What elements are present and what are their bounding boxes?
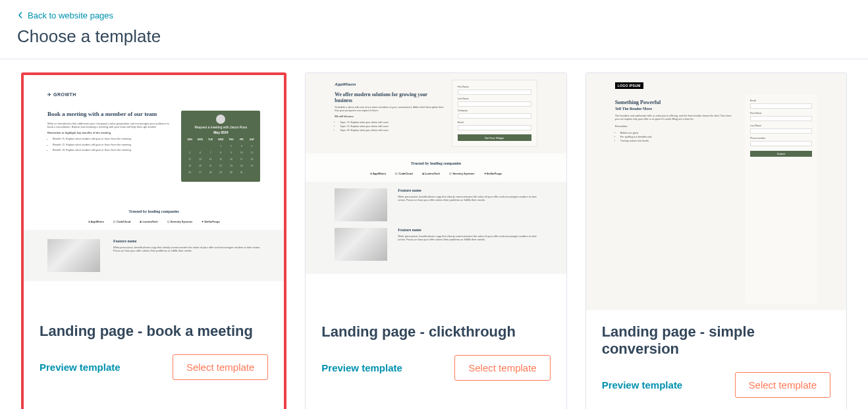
partner-logo: ⊙ AppWhero	[370, 172, 386, 175]
page-header: Back to website pages Choose a template	[0, 0, 868, 59]
form-label: Company	[458, 109, 531, 112]
template-card-simple-conversion: LOGO IPSUM Something Powerful Tell The R…	[585, 72, 847, 409]
thumb-logo: ✈ GROWTH	[47, 92, 260, 97]
template-thumbnail[interactable]: AppWharm We offer modern solutions for g…	[306, 73, 566, 310]
partner-logo: ✦ StellarForge	[484, 172, 502, 175]
form-submit-button: Get Free Widget	[458, 134, 531, 141]
feature-image	[47, 239, 100, 272]
form-label: Phone number	[750, 137, 812, 140]
form-label: Last Name	[458, 97, 531, 100]
thumb-heading: We offer modern solutions for growing yo…	[335, 92, 445, 103]
feature-text: Write persuasive, benefit-driven copy th…	[398, 234, 537, 241]
partner-logo: ⬡ Serenity Systems	[449, 172, 474, 175]
thumb-form: Email First Name Last Name Phone number …	[745, 94, 817, 304]
thumb-bullet: For spelling out benefits and	[620, 136, 732, 138]
feature-image	[335, 188, 387, 221]
thumb-benefit: Benefit #1. Explain what readers will ga…	[53, 137, 172, 140]
calendar-month: May 2024	[185, 130, 256, 134]
select-template-button[interactable]: Select template	[735, 372, 830, 398]
template-thumbnail[interactable]: LOGO IPSUM Something Powerful Tell The R…	[586, 73, 846, 310]
thumb-benefit: Benefit #3. Explain what readers will ga…	[53, 148, 172, 151]
thumb-intro: Write an introduction that addresses you…	[47, 122, 172, 128]
form-label: Last Name	[750, 124, 812, 127]
back-link[interactable]: Back to website pages	[17, 11, 113, 20]
feature-image	[335, 228, 387, 261]
thumb-form: First Name Last Name Company Email Get F…	[452, 80, 537, 147]
thumb-heading: Something Powerful	[615, 99, 732, 105]
thumb-topic: Topic #2: Explain what your demo will co…	[340, 125, 445, 128]
calendar-grid: SUNMONTUEWEDTHUFRISAT 1234 567891011 121…	[185, 137, 256, 175]
thumb-intro: The headline and subheader tells us what…	[615, 115, 732, 122]
partner-logo: ⟨⟩ CodeCloud	[395, 172, 412, 175]
partner-logo: ✦ StellarForge	[202, 220, 219, 223]
thumb-bullet: Bullets are great	[620, 132, 732, 134]
preview-template-link[interactable]: Preview template	[40, 362, 121, 373]
trusted-heading: Trusted by leading companies	[306, 161, 566, 165]
back-link-label: Back to website pages	[28, 11, 113, 20]
partner-logo: ⊙ AppWhero	[88, 220, 104, 223]
thumb-bullet: Turning visitors into leads.	[620, 140, 732, 142]
template-name: Landing page - clickthrough	[321, 323, 550, 341]
form-label: Email	[750, 99, 812, 102]
thumb-topic: Topic #1: Explain what your demo will co…	[340, 121, 445, 124]
form-label: First Name	[458, 86, 531, 88]
feature-text: Write persuasive, benefit-driven copy th…	[398, 195, 537, 202]
partner-logo: ◈ LuminaTech	[422, 172, 440, 175]
partner-logo: ⟨⟩ CodeCloud	[113, 220, 130, 223]
thumb-subheading: Tell The Reader More	[615, 107, 732, 111]
select-template-button[interactable]: Select template	[454, 355, 550, 381]
feature-name: Feature name	[113, 239, 260, 243]
thumb-intro: Schedule a demo with one of our team mem…	[335, 106, 445, 113]
thumb-topic: Topic #3: Explain what your demo will co…	[340, 129, 445, 132]
template-card-clickthrough: AppWharm We offer modern solutions for g…	[305, 72, 566, 409]
form-submit-button: Submit	[750, 151, 812, 157]
preview-template-link[interactable]: Preview template	[602, 379, 683, 391]
feature-name: Feature name	[398, 228, 537, 232]
thumb-calendar: Request a meeting with Jason Ross May 20…	[181, 111, 260, 182]
chevron-left-icon	[17, 12, 24, 18]
template-card-book-meeting: ✈ GROWTH Book a meeting with a member of…	[21, 72, 286, 409]
thumb-heading: Book a meeting with a member of our team	[47, 111, 172, 118]
feature-name: Feature name	[398, 188, 537, 192]
calendar-title: Request a meeting with Jason Ross	[185, 125, 256, 129]
preview-template-link[interactable]: Preview template	[321, 362, 402, 373]
thumb-logo: AppWharm	[335, 82, 445, 86]
thumb-bold-line: Remember to highlight key benefits of th…	[47, 131, 172, 134]
form-label: Email	[458, 121, 531, 124]
page-title: Choose a template	[17, 26, 851, 47]
select-template-button[interactable]: Select template	[173, 354, 268, 380]
thumb-benefit: Benefit #2. Explain what readers will ga…	[53, 143, 172, 146]
thumb-remember: Remember:	[615, 125, 732, 128]
template-name: Landing page - book a meeting	[40, 323, 268, 340]
template-grid: ✈ GROWTH Book a meeting with a member of…	[0, 59, 868, 409]
template-name: Landing page - simple conversion	[602, 323, 830, 358]
trusted-heading: Trusted by leading companies	[24, 209, 284, 213]
template-thumbnail[interactable]: ✈ GROWTH Book a meeting with a member of…	[24, 75, 284, 310]
form-label: First Name	[750, 112, 812, 115]
avatar-icon	[216, 115, 225, 124]
thumb-discuss-label: We will discuss:	[335, 115, 445, 119]
feature-text: Write persuasive, benefit-driven copy th…	[113, 246, 260, 252]
thumb-logo: LOGO IPSUM	[615, 82, 643, 89]
partner-logo: ⬡ Serenity Systems	[167, 220, 192, 223]
partner-logo: ◈ LuminaTech	[140, 220, 157, 223]
